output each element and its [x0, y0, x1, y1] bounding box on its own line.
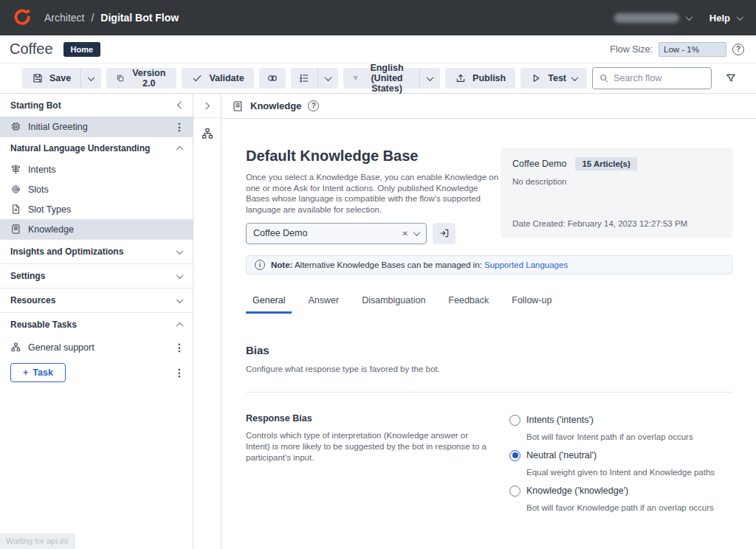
user-menu-chevron-icon[interactable] [685, 13, 693, 21]
option-neutral: Neutral ('neutral') Equal weight given t… [509, 450, 732, 477]
save-button-group: Save [22, 68, 101, 89]
response-bias-options: Intents ('intents') Bot will favor Inten… [509, 413, 732, 521]
save-button[interactable]: Save [22, 68, 80, 89]
help-menu[interactable]: Help [709, 13, 730, 24]
arrow-into-bracket-icon [439, 227, 450, 239]
save-icon [32, 72, 44, 84]
option-knowledge: Knowledge ('knowledge') Bot will favor K… [509, 486, 732, 512]
funnel-icon [725, 72, 737, 84]
sidebar-item-slots[interactable]: Slots [0, 179, 193, 199]
language-filter-button[interactable]: English (United States) [343, 68, 419, 89]
note-prefix: Note: [271, 260, 292, 269]
org-tree-icon [10, 342, 21, 353]
chevron-down-icon[interactable] [413, 229, 421, 236]
option-intents: Intents ('intents') Bot will favor Inten… [509, 415, 732, 441]
flow-size-value: Low - 1% [659, 42, 726, 57]
dependencies-button[interactable] [259, 68, 286, 89]
item-menu-kebab-icon[interactable]: ⋮ [173, 342, 185, 353]
tab-general[interactable]: General [246, 291, 292, 314]
option-neutral-description: Equal weight given to Intent and Knowled… [526, 468, 732, 477]
section-insights[interactable]: Insights and Optimizations [0, 239, 193, 263]
save-dropdown-button[interactable] [80, 68, 101, 89]
flow-title-bar: Coffee Home Flow Size: Low - 1% ? [0, 35, 756, 63]
sidebar-item-intents[interactable]: Intents [0, 159, 193, 179]
search-flow-input[interactable] [614, 73, 705, 83]
genesys-logo-icon[interactable] [13, 8, 32, 27]
tab-follow-up[interactable]: Follow-up [505, 291, 558, 314]
supported-languages-link[interactable]: Supported Languages [484, 260, 568, 269]
section-resources[interactable]: Resources [0, 288, 193, 312]
version-button[interactable]: Version 2.0 [106, 68, 176, 89]
flow-view-button[interactable] [201, 127, 214, 143]
chevron-up-icon [176, 145, 184, 153]
section-starting-bot: Starting Bot [0, 94, 193, 117]
radio-intents[interactable] [509, 415, 520, 426]
expand-panel-button[interactable] [193, 94, 221, 118]
section-nlu[interactable]: Natural Language Understanding [0, 137, 193, 159]
ordered-list-button[interactable] [291, 68, 317, 89]
section-reusable-tasks[interactable]: Reusable Tasks [0, 312, 193, 336]
home-badge[interactable]: Home [63, 42, 101, 57]
sidebar-item-general-support[interactable]: General support ⋮ [0, 336, 193, 358]
section-settings[interactable]: Settings [0, 263, 193, 288]
language-button-group: English (United States) [343, 68, 440, 89]
flow-size-help-icon[interactable]: ? [732, 44, 744, 55]
page-title: Default Knowledge Base [246, 148, 501, 165]
task-menu-kebab-icon[interactable]: ⋮ [173, 367, 185, 379]
selected-knowledge-base: Coffee Demo [253, 228, 396, 238]
content-area: Starting Bot Initial Greeting ⋮ Natural … [0, 94, 756, 549]
list-dropdown-button[interactable] [317, 68, 338, 89]
articles-count-badge: 15 Article(s) [575, 157, 636, 170]
add-task-button[interactable]: + Task [10, 363, 66, 382]
radio-knowledge[interactable] [509, 486, 520, 497]
publish-button[interactable]: Publish [445, 68, 515, 89]
funnel-icon [353, 72, 358, 84]
browser-status-text: Waiting for api.ini [0, 534, 75, 549]
sidebar-item-slot-types[interactable]: Slot Types [0, 199, 193, 219]
info-icon: i [255, 260, 265, 270]
knowledge-base-description: Once you select a Knowledge Base, you ca… [246, 172, 501, 215]
panel-help-icon[interactable]: ? [308, 100, 319, 111]
tab-disambiguation[interactable]: Disambiguation [355, 291, 432, 314]
collapse-sidebar-icon[interactable] [177, 102, 185, 109]
bias-section: Bias Configure what response type is fav… [246, 344, 732, 373]
panel-header: Knowledge ? [221, 94, 756, 119]
org-tree-icon [201, 127, 214, 140]
clear-selection-icon[interactable]: ✕ [402, 229, 408, 238]
breadcrumb-app[interactable]: Architect [44, 12, 84, 24]
chevron-down-icon [176, 247, 184, 255]
validate-button[interactable]: Validate [182, 68, 253, 89]
breadcrumb-product: Digital Bot Flow [100, 12, 179, 24]
bias-description: Configure what response type is favored … [246, 365, 732, 373]
sidebar-item-knowledge[interactable]: Knowledge [0, 219, 193, 239]
list-button-group [291, 68, 338, 89]
chevron-down-icon [571, 74, 579, 81]
bias-title: Bias [246, 344, 732, 356]
user-name-redacted[interactable] [614, 13, 679, 23]
response-bias-label: Response Bias [246, 413, 501, 424]
knowledge-base-selector-column: Default Knowledge Base Once you select a… [246, 148, 501, 244]
tab-feedback[interactable]: Feedback [441, 291, 495, 314]
flow-size-label: Flow Size: [610, 44, 653, 55]
knowledge-tabs: General Answer Disambiguation Feedback F… [246, 291, 732, 314]
tab-answer[interactable]: Answer [301, 291, 346, 314]
help-menu-chevron-icon[interactable] [737, 13, 744, 21]
chevron-down-icon [176, 272, 184, 279]
knowledge-base-select[interactable]: Coffee Demo ✕ [246, 223, 427, 244]
date-created: Date Created: February 14, 2023 12:27:53… [512, 219, 721, 228]
test-button[interactable]: Test [520, 68, 587, 89]
plus-icon: + [23, 367, 28, 378]
info-card-header: Coffee Demo 15 Article(s) [512, 157, 721, 170]
search-filter-button[interactable] [718, 68, 744, 89]
language-dropdown-button[interactable] [419, 68, 440, 89]
knowledge-panel: Knowledge ? Default Knowledge Base Once … [221, 94, 756, 549]
radio-neutral[interactable] [509, 450, 520, 461]
item-menu-kebab-icon[interactable]: ⋮ [173, 121, 185, 133]
knowledge-base-no-description: No description [512, 177, 721, 186]
check-icon [191, 72, 203, 84]
document-icon [10, 204, 21, 215]
sidebar-item-initial-greeting[interactable]: Initial Greeting ⋮ [0, 117, 193, 137]
chevron-down-icon [324, 74, 331, 81]
search-icon [599, 73, 609, 83]
open-knowledge-base-button[interactable] [433, 223, 456, 244]
